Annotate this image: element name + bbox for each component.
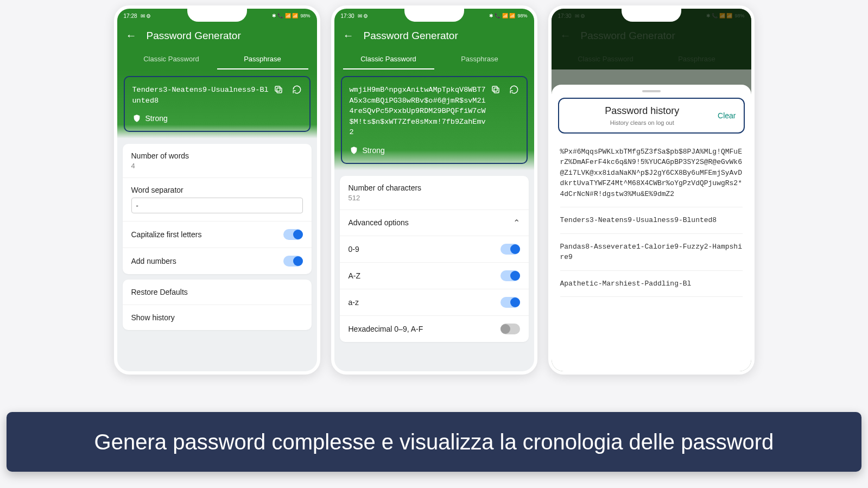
history-sheet: Password history History clears on log o… [552, 85, 751, 371]
history-list[interactable]: %Px#6MqqsPWKLxbTMfg5Z3fSa$pb$8PJA%MLg!QM… [552, 139, 751, 371]
strength-label: Strong [145, 114, 168, 123]
status-icons-right: ✱ 📞 📶 📶 [272, 13, 299, 18]
history-item[interactable]: Apathetic-Marshiest-Paddling-Bl [560, 271, 743, 297]
history-item[interactable]: Tenders3-Neatens9-Usualness9-Blunted8 [560, 207, 743, 234]
sheet-handle[interactable] [642, 90, 661, 92]
status-icons-right: ✱ 📞 📶 📶 [489, 13, 516, 18]
tab-passphrase[interactable]: Passphrase [217, 49, 308, 69]
status-battery: 98% [300, 13, 310, 18]
notch [404, 8, 464, 22]
toggle-uppercase[interactable] [500, 270, 520, 281]
restore-defaults-button[interactable]: Restore Defaults [123, 280, 312, 305]
status-time: 17:30 [341, 13, 354, 19]
option-uppercase[interactable]: A-Z [340, 263, 529, 289]
svg-rect-0 [277, 88, 282, 93]
toggle-lowercase[interactable] [500, 297, 520, 308]
option-number-of-characters[interactable]: Number of characters 512 [340, 176, 529, 210]
toggle-digits[interactable] [500, 244, 520, 255]
generated-password-card: Tenders3-Neatens9-Usualness9-Blunted8 St… [124, 76, 311, 132]
phone-classic: 17:30 ✉ ⚙ ✱ 📞 📶 📶 98% ← Password Generat… [331, 5, 537, 375]
shield-icon [132, 113, 141, 123]
toggle-capitalize[interactable] [283, 229, 303, 240]
word-separator-input[interactable] [131, 198, 303, 213]
svg-rect-3 [492, 86, 497, 91]
phone-history: 17:30 ✉ ⚙ ✱ 📞 📶 📶 98% ← Password Generat… [548, 5, 755, 375]
back-arrow-icon[interactable]: ← [126, 29, 137, 42]
option-number-of-words[interactable]: Number of words 4 [123, 144, 312, 178]
svg-rect-1 [275, 86, 280, 91]
option-hexadecimal[interactable]: Hexadecimal 0–9, A-F [340, 316, 529, 342]
option-capitalize[interactable]: Capitalize first letters [123, 221, 312, 248]
history-subtitle: History clears on log out [567, 119, 718, 126]
chevron-up-icon: ⌃ [513, 218, 520, 228]
tab-classic-password[interactable]: Classic Password [343, 49, 434, 69]
refresh-icon[interactable] [508, 84, 520, 96]
page-title: Password Generator [147, 30, 241, 42]
option-add-numbers[interactable]: Add numbers [123, 248, 312, 274]
shield-icon [350, 145, 358, 155]
clear-button[interactable]: Clear [718, 111, 736, 120]
option-lowercase[interactable]: a-z [340, 289, 529, 316]
notch [187, 8, 247, 22]
copy-icon[interactable] [490, 84, 502, 96]
app-header: ← Password Generator Classic Password Pa… [117, 23, 317, 69]
status-icons-left: ✉ ⚙ [141, 13, 151, 19]
toggle-add-numbers[interactable] [283, 256, 303, 267]
phone-passphrase: 17:28 ✉ ⚙ ✱ 📞 📶 📶 98% ← Password Generat… [114, 5, 320, 375]
option-digits[interactable]: 0-9 [340, 236, 529, 263]
generated-password-card: wmjiH9mB^npgxAnitwAMpTpkqV8WBT7A5x3cmBQi… [341, 76, 528, 164]
tab-classic-password[interactable]: Classic Password [126, 49, 217, 69]
history-title: Password history [567, 105, 718, 117]
back-arrow-icon[interactable]: ← [343, 29, 354, 42]
app-header: ← Password Generator Classic Password Pa… [334, 23, 534, 69]
status-battery: 98% [517, 13, 527, 18]
page-title: Password Generator [364, 30, 458, 42]
status-icons-left: ✉ ⚙ [358, 13, 369, 19]
copy-icon[interactable] [273, 84, 284, 96]
history-item[interactable]: %Px#6MqqsPWKLxbTMfg5Z3fSa$pb$8PJA%MLg!QM… [560, 139, 743, 208]
history-item[interactable]: Pandas8-Asseverate1-Calorie9-Fuzzy2-Hamp… [560, 234, 743, 271]
toggle-hexadecimal[interactable] [500, 324, 520, 334]
tab-passphrase[interactable]: Passphrase [434, 49, 525, 69]
refresh-icon[interactable] [291, 84, 303, 96]
notch [622, 8, 681, 22]
svg-rect-2 [494, 88, 499, 93]
strength-label: Strong [363, 146, 385, 155]
caption-banner: Genera password complesse e visualizza l… [7, 412, 861, 472]
option-word-separator: Word separator [123, 178, 312, 221]
history-header: Password history History clears on log o… [558, 98, 745, 134]
status-time: 17:28 [124, 13, 137, 19]
advanced-options-toggle[interactable]: Advanced options ⌃ [340, 210, 529, 236]
show-history-button[interactable]: Show history [123, 305, 312, 330]
